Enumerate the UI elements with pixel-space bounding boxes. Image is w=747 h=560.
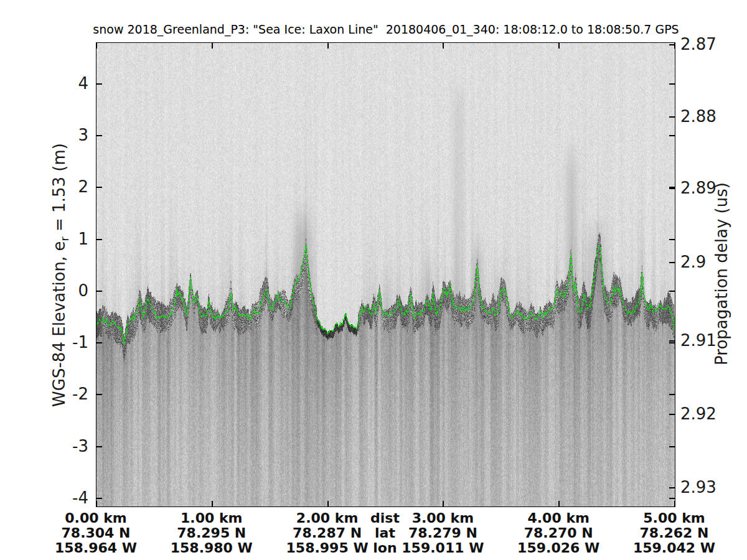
axis-tick [96,187,102,188]
x-tick-lat: 78.295 N [149,526,274,541]
x-axis-header-lon: lon [323,541,448,556]
y-tick-label-left: 1 [0,229,88,249]
axis-tick [674,501,675,506]
axis-tick [669,394,675,395]
y-tick-label-right: 2.88 [680,106,716,126]
axis-tick [669,291,675,292]
x-tick-lon: 159.042 W [612,541,736,556]
x-tick-column: 4.00 km78.270 N159.026 W [496,511,621,556]
x-tick-lat: 78.262 N [612,526,736,541]
axis-tick [96,43,97,49]
axis-tick [96,291,102,292]
x-tick-lon: 158.964 W [34,541,158,556]
axis-tick [669,498,675,499]
y-tick-label-left: 3 [0,125,88,145]
x-tick-column: 5.00 km78.262 N159.042 W [612,511,736,556]
x-tick-lon: 159.026 W [496,541,621,556]
axis-tick [443,43,444,49]
x-tick-dist: 1.00 km [149,511,274,526]
x-tick-lat: 78.304 N [34,526,158,541]
y-tick-label-left: 2 [0,177,88,197]
axis-tick [669,340,675,342]
axis-tick [96,498,102,499]
axis-tick [669,487,675,488]
y-tick-label-left: -4 [0,488,88,508]
x-tick-lat: 78.270 N [496,526,621,541]
x-tick-lon: 158.980 W [149,541,274,556]
axis-tick [674,43,675,49]
x-tick-column: 0.00 km78.304 N158.964 W [34,511,158,556]
axis-tick [669,414,675,415]
axis-tick [669,262,675,263]
y-tick-label-left: -3 [0,436,88,456]
axis-tick [327,501,329,506]
x-axis-header-column: distlatlon [323,511,448,556]
y-tick-label-right: 2.93 [680,477,716,497]
x-tick-dist: 0.00 km [34,511,158,526]
axis-tick [669,116,675,118]
axis-tick [96,342,102,343]
axis-tick [558,43,560,49]
plot-area [96,42,675,507]
axis-tick [669,239,675,240]
axis-tick [96,83,102,85]
x-tick-column: 1.00 km78.295 N158.980 W [149,511,274,556]
y-tick-label-right: 2.9 [680,252,706,272]
x-axis-header-lat: lat [323,526,448,541]
axis-tick [558,501,560,506]
axis-tick [96,446,102,447]
y-tick-label-left: 0 [0,281,88,301]
left-axis-label-pre: WGS-84 Elevation, e [50,241,68,406]
axis-tick [96,394,102,395]
axis-tick [212,501,213,506]
y-tick-label-left: -1 [0,332,88,352]
axis-tick [96,135,102,136]
y-tick-label-right: 2.89 [680,178,716,198]
y-tick-label-left: -2 [0,384,88,404]
axis-tick [669,188,675,189]
axis-tick [443,501,444,506]
y-tick-label-left: 4 [0,73,88,93]
axis-tick [212,43,213,49]
axis-tick [327,43,329,49]
echogram-canvas [96,43,675,506]
x-tick-dist: 4.00 km [496,511,621,526]
y-tick-label-right: 2.92 [680,404,716,424]
axis-tick [96,501,97,506]
radar-echogram-figure: snow 2018_Greenland_P3: "Sea Ice: Laxon … [0,0,747,560]
x-tick-dist: 5.00 km [612,511,736,526]
figure-title: snow 2018_Greenland_P3: "Sea Ice: Laxon … [93,22,679,36]
axis-tick [669,342,675,343]
y-tick-label-right: 2.91 [680,330,716,350]
y-tick-label-right: 2.87 [680,34,716,54]
axis-tick [669,83,675,85]
axis-tick [96,239,102,240]
x-axis-header-dist: dist [323,511,448,526]
axis-tick [669,135,675,136]
axis-tick [669,446,675,447]
